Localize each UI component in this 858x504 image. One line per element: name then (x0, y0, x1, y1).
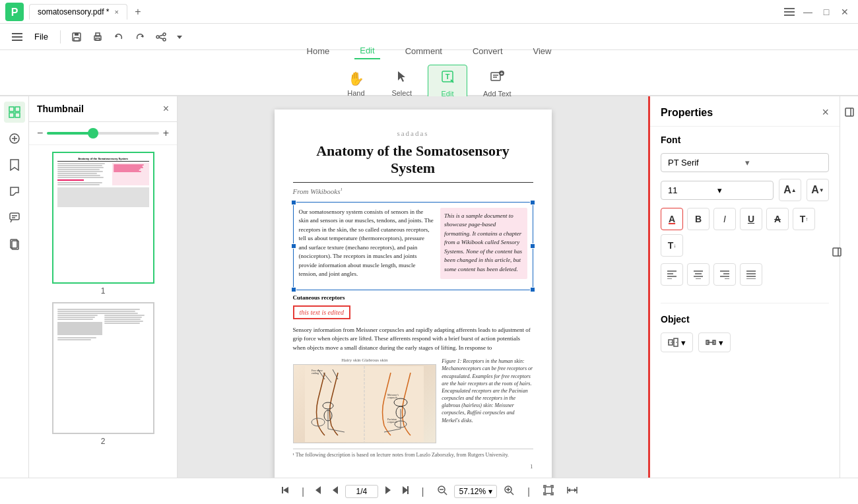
first-page-button[interactable] (277, 482, 295, 500)
nav-convert[interactable]: Convert (467, 44, 508, 59)
italic-button[interactable]: I (713, 208, 736, 230)
thumbnail-image-2 (52, 302, 154, 434)
page-number-1: 1 (101, 286, 106, 296)
svg-line-20 (159, 38, 163, 39)
zoom-value-button[interactable]: 57.12% ▾ (454, 485, 497, 498)
window-controls: — □ ✕ (781, 4, 853, 20)
page-wrapper: sadadas Anatomy of the Somatosensory Sys… (275, 110, 552, 464)
align-justify-button[interactable] (740, 263, 762, 286)
thumbnail-page-2[interactable]: 2 (36, 302, 170, 446)
bold-button[interactable]: B (687, 208, 710, 230)
maximize-button[interactable]: □ (818, 4, 834, 20)
minimize-button[interactable]: — (800, 4, 816, 20)
nav-edit[interactable]: Edit (354, 43, 380, 59)
thumbnail-page-1[interactable]: Anatomy of the Somatosensory System (36, 152, 170, 296)
zoom-in-icon[interactable]: + (163, 127, 169, 139)
nav-home[interactable]: Home (302, 44, 335, 59)
prev-page-button[interactable] (311, 482, 325, 500)
page-number-2: 2 (101, 437, 106, 446)
font-section: Font PT Serif ▾ 11 ▾ A▲ A▼ A B (650, 127, 840, 300)
file-menu[interactable]: File (29, 29, 53, 44)
selection-handle-br[interactable] (530, 287, 535, 292)
subscript-button[interactable]: T↓ (661, 234, 683, 257)
svg-rect-13 (96, 38, 100, 40)
superscript-button[interactable]: T↑ (793, 208, 815, 230)
selection-handle-mr[interactable] (530, 243, 535, 249)
figure-section: Hairy skin Glabrous skin (293, 358, 533, 443)
sidebar-bookmark-icon[interactable] (4, 154, 25, 175)
content-area[interactable]: sadadas Anatomy of the Somatosensory Sys… (178, 96, 648, 478)
object-distribute-button[interactable]: ▾ (698, 332, 731, 352)
object-align-arrow: ▾ (681, 338, 686, 348)
edited-text-box[interactable]: this text is edited (293, 305, 351, 319)
selection-handle-bl[interactable] (291, 287, 296, 292)
far-right-panel (840, 96, 858, 478)
active-tab[interactable]: somatosensory.pdf * × (29, 4, 127, 20)
separator-line-2: | (418, 484, 428, 499)
zoom-out-button[interactable] (433, 482, 451, 500)
collapse-panel-icon[interactable] (839, 102, 859, 123)
svg-text:ending: ending (312, 371, 319, 375)
selection-handle-tl[interactable] (291, 200, 296, 205)
properties-header: Properties × (650, 96, 840, 127)
tab-close-button[interactable]: × (115, 8, 119, 16)
page-input[interactable] (345, 485, 378, 498)
fit-page-button[interactable] (539, 482, 558, 500)
svg-rect-25 (491, 73, 500, 80)
object-align-button[interactable]: ▾ (661, 332, 693, 352)
align-left-button[interactable] (661, 263, 683, 286)
thumbnail-close-button[interactable]: × (163, 103, 169, 115)
separator-line-3: | (523, 484, 534, 499)
svg-marker-88 (283, 487, 288, 493)
properties-close-button[interactable]: × (822, 106, 829, 119)
new-tab-button[interactable]: + (130, 4, 146, 20)
edited-text-container: this text is edited (293, 303, 351, 322)
font-size-selector[interactable]: 11 ▾ (661, 181, 774, 200)
selection-handle-tr[interactable] (530, 200, 535, 205)
sidebar-thumbnail-icon[interactable] (4, 102, 25, 123)
underline-button[interactable]: U (740, 208, 762, 230)
hamburger-menu-icon[interactable] (781, 4, 797, 20)
sidebar-annotation-icon[interactable] (4, 181, 25, 202)
navigation-controls: | (277, 482, 412, 500)
zoom-in-button[interactable] (500, 482, 518, 500)
alignment-buttons (661, 263, 829, 286)
zoom-slider[interactable] (47, 132, 158, 135)
select-icon (395, 70, 409, 86)
nav-comment[interactable]: Comment (400, 44, 447, 59)
selection-handle-ml[interactable] (291, 243, 296, 249)
hand-icon: ✋ (348, 71, 364, 86)
prev-page-button-2[interactable] (328, 482, 343, 500)
strikethrough-button[interactable]: A (766, 208, 789, 230)
font-decrease-button[interactable]: A▼ (807, 179, 829, 201)
last-page-button[interactable] (398, 482, 412, 500)
svg-marker-92 (403, 486, 408, 494)
font-dropdown-arrow: ▾ (745, 158, 822, 168)
collapse-right-icon[interactable] (826, 241, 847, 263)
sidebar-add-icon[interactable] (4, 128, 25, 149)
sidebar-pages-icon[interactable] (4, 234, 25, 255)
thumbnail-zoom-control: − + (29, 122, 177, 145)
svg-marker-21 (177, 36, 182, 39)
svg-rect-4 (784, 15, 795, 16)
zoom-out-icon[interactable]: − (37, 127, 43, 139)
figure-image-area: Hairy skin Glabrous skin (293, 358, 437, 443)
font-increase-button[interactable]: A▲ (779, 179, 801, 201)
nav-view[interactable]: View (528, 44, 557, 59)
close-window-button[interactable]: ✕ (837, 4, 853, 20)
hand-tool-button[interactable]: ✋ Hand (336, 67, 376, 101)
fit-width-button[interactable] (563, 482, 581, 500)
svg-rect-9 (75, 33, 79, 36)
align-right-button[interactable] (713, 263, 736, 286)
font-color-button[interactable]: A (661, 208, 683, 230)
separator-line-1: | (298, 484, 308, 499)
font-family-selector[interactable]: PT Serif ▾ (661, 153, 829, 172)
figure-image: Free nerve ending Meissner's corpuscle P… (293, 364, 437, 443)
svg-marker-91 (385, 486, 391, 494)
align-center-button[interactable] (687, 263, 710, 286)
left-sidebar (0, 96, 29, 478)
expand-menu-icon[interactable] (173, 30, 186, 44)
sidebar-comment-icon[interactable] (4, 207, 25, 228)
pdf-title: Anatomy of the Somatosensory System (293, 142, 533, 183)
next-page-button[interactable] (381, 482, 395, 500)
